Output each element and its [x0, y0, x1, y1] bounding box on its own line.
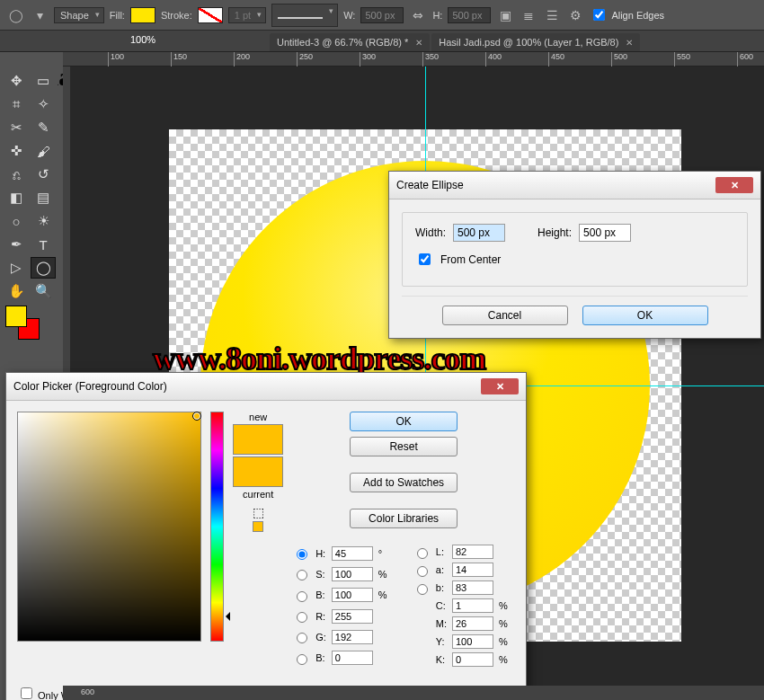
- ruler-bottom: 600: [63, 686, 764, 700]
- ruler-mark: 550: [674, 52, 690, 66]
- height-label: Height:: [537, 226, 572, 239]
- align-edges-checkbox[interactable]: Align Edges: [590, 6, 664, 23]
- blur-tool[interactable]: ○: [4, 210, 29, 232]
- ruler-mark: 500: [611, 52, 627, 66]
- r-input[interactable]: [332, 609, 373, 624]
- websafe-swatch-icon[interactable]: [253, 521, 263, 532]
- document-tabs: 100% Untitled-3 @ 66.7% (RGB/8) * ✕ Hasi…: [0, 31, 764, 52]
- bv-radio[interactable]: [297, 591, 307, 602]
- line-icon: [278, 17, 323, 19]
- gradient-tool[interactable]: ▤: [31, 187, 56, 208]
- tab-hasiljadi[interactable]: Hasil Jadi.psd @ 100% (Layer 1, RGB/8) ✕: [431, 33, 640, 51]
- new-color-preview: [233, 424, 283, 455]
- type-tool[interactable]: T: [31, 234, 56, 255]
- bv-input[interactable]: [332, 588, 373, 602]
- s-radio[interactable]: [297, 570, 307, 580]
- width-input[interactable]: [360, 7, 404, 23]
- bb-radio[interactable]: [297, 654, 307, 665]
- h-label: H:: [432, 10, 442, 21]
- web-colors-input[interactable]: [21, 687, 32, 699]
- cube-icon[interactable]: ⬚: [253, 505, 264, 519]
- pen-tool[interactable]: ✒: [4, 234, 29, 255]
- l-input[interactable]: [452, 545, 493, 559]
- k-input[interactable]: [452, 652, 493, 667]
- path-ops-icon[interactable]: ▣: [496, 6, 514, 24]
- saturation-value-field[interactable]: [17, 412, 201, 642]
- brush-tool[interactable]: 🖌: [31, 140, 56, 162]
- move-tool[interactable]: ✥: [4, 70, 29, 92]
- zoom-tool[interactable]: 🔍: [31, 280, 56, 302]
- h-input[interactable]: [332, 546, 373, 561]
- height-input[interactable]: [448, 7, 491, 23]
- lab-b-input[interactable]: [452, 580, 493, 595]
- stroke-style-dropdown[interactable]: [271, 4, 338, 27]
- s-input[interactable]: [332, 567, 373, 581]
- dodge-tool[interactable]: ☀: [31, 210, 56, 232]
- magic-wand-tool[interactable]: ✧: [31, 93, 56, 115]
- dialog-titlebar[interactable]: Color Picker (Foreground Color) ✕: [6, 373, 526, 401]
- r-radio[interactable]: [297, 612, 307, 623]
- gear-icon[interactable]: ⚙: [566, 6, 584, 24]
- ellipse-tool[interactable]: ◯: [31, 257, 56, 279]
- tool-preset-dropdown-icon[interactable]: ▾: [31, 6, 49, 24]
- y-input[interactable]: [452, 634, 493, 649]
- reset-button[interactable]: Reset: [350, 437, 458, 456]
- ellipse-height-input[interactable]: [579, 224, 631, 242]
- align-edges-input[interactable]: [593, 9, 605, 21]
- close-icon[interactable]: ✕: [415, 38, 422, 48]
- path-arrange-icon[interactable]: ☰: [543, 6, 561, 24]
- ellipse-tool-icon: ◯: [7, 6, 25, 24]
- width-label: Width:: [415, 226, 446, 239]
- g-radio[interactable]: [297, 633, 307, 643]
- stroke-width-dropdown[interactable]: 1 pt: [228, 7, 266, 23]
- w-label: W:: [343, 10, 355, 21]
- dialog-titlebar[interactable]: Create Ellipse ✕: [389, 172, 760, 199]
- clone-stamp-tool[interactable]: ⎌: [4, 164, 29, 185]
- align-edges-label: Align Edges: [611, 10, 664, 21]
- close-icon[interactable]: ✕: [626, 38, 633, 48]
- ok-button[interactable]: OK: [582, 306, 708, 325]
- new-label: new: [249, 412, 267, 422]
- foreground-color-swatch[interactable]: [5, 306, 27, 327]
- bb-input[interactable]: [332, 651, 373, 665]
- h-radio[interactable]: [297, 549, 307, 560]
- cancel-button[interactable]: Cancel: [442, 306, 568, 325]
- eyedropper-tool[interactable]: ✎: [31, 117, 56, 138]
- ok-button[interactable]: OK: [350, 412, 458, 431]
- m-input[interactable]: [452, 616, 493, 631]
- tab-untitled[interactable]: Untitled-3 @ 66.7% (RGB/8) * ✕: [270, 33, 430, 51]
- close-icon[interactable]: ✕: [715, 177, 753, 193]
- c-input[interactable]: [452, 598, 493, 613]
- path-selection-tool[interactable]: ▷: [4, 257, 29, 279]
- stroke-swatch[interactable]: [198, 7, 223, 23]
- lab-b-radio[interactable]: [417, 584, 428, 595]
- hue-slider[interactable]: [210, 412, 224, 642]
- path-align-icon[interactable]: ≣: [520, 6, 537, 24]
- ruler-mark: 300: [360, 52, 376, 66]
- ruler-horizontal[interactable]: 100150200250300350400450500550600: [63, 52, 764, 66]
- a-radio[interactable]: [417, 566, 428, 577]
- crop-tool[interactable]: ✂: [4, 117, 29, 138]
- options-bar: ◯ ▾ Shape Fill: Stroke: 1 pt W: ⇔ H: ▣ ≣…: [0, 0, 764, 31]
- eraser-tool[interactable]: ◧: [4, 187, 29, 208]
- rectangular-marquee-tool[interactable]: ▭: [31, 70, 56, 92]
- close-icon[interactable]: ✕: [481, 378, 519, 394]
- l-radio[interactable]: [417, 548, 428, 559]
- from-center-checkbox[interactable]: From Center: [415, 251, 734, 268]
- from-center-input[interactable]: [419, 253, 431, 265]
- history-brush-tool[interactable]: ↺: [31, 164, 56, 185]
- g-input[interactable]: [332, 630, 373, 644]
- hand-tool[interactable]: ✋: [4, 280, 29, 302]
- lasso-tool[interactable]: ⌗: [4, 93, 29, 115]
- color-libraries-button[interactable]: Color Libraries: [350, 509, 458, 528]
- tool-mode-dropdown[interactable]: Shape: [54, 7, 104, 23]
- add-swatches-button[interactable]: Add to Swatches: [350, 473, 458, 492]
- ruler-mark: 250: [297, 52, 313, 66]
- healing-brush-tool[interactable]: ✜: [4, 140, 29, 162]
- sv-cursor-icon: [192, 412, 201, 421]
- lab-cmyk-group: L: a: b: C:% M:% Y:% K:%: [413, 545, 515, 667]
- link-wh-icon[interactable]: ⇔: [409, 6, 427, 24]
- a-input[interactable]: [452, 563, 493, 577]
- ellipse-width-input[interactable]: [453, 224, 505, 242]
- fill-swatch[interactable]: [130, 7, 155, 23]
